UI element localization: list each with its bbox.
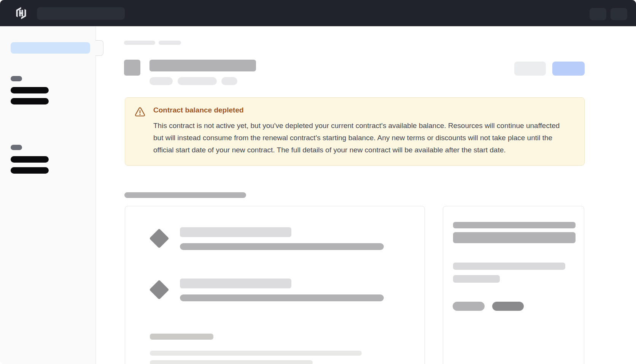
sidebar-section-label (11, 76, 22, 81)
secondary-action-button[interactable] (514, 62, 546, 76)
list-item-title (180, 279, 291, 288)
section-title (124, 192, 246, 198)
list-item-subtitle (180, 243, 384, 250)
summary-value-line (453, 232, 576, 243)
page-title (149, 60, 256, 71)
list-card (125, 206, 425, 364)
alert-title: Contract balance depleted (153, 104, 569, 116)
sidebar-collapse-toggle[interactable] (95, 40, 103, 56)
summary-primary-button[interactable] (492, 302, 524, 311)
summary-card (443, 206, 584, 364)
sidebar-item[interactable] (11, 87, 49, 93)
alert-text-block: Contract balance depleted This contract … (153, 104, 569, 156)
topbar-user-menu-button[interactable] (611, 8, 627, 20)
page-icon (124, 60, 140, 76)
sidebar-section-label (11, 145, 22, 150)
sidebar-item[interactable] (11, 156, 49, 163)
summary-detail-line (453, 275, 500, 283)
status-badge (149, 77, 173, 85)
sidebar (0, 26, 96, 364)
hashicorp-logo-icon (14, 6, 28, 20)
status-badge (221, 77, 237, 85)
summary-secondary-button[interactable] (453, 302, 485, 311)
topbar-help-button[interactable] (590, 8, 606, 20)
warning-triangle-icon (134, 106, 146, 118)
card-footer-line (150, 360, 313, 364)
breadcrumb-item[interactable] (124, 41, 155, 45)
summary-title-line (453, 222, 576, 228)
diamond-icon (149, 280, 169, 299)
sidebar-active-item[interactable] (11, 42, 90, 54)
primary-action-button[interactable] (552, 62, 585, 76)
main-content: Contract balance depleted This contract … (96, 26, 636, 364)
sidebar-item[interactable] (11, 98, 49, 104)
contract-warning-alert: Contract balance depleted This contract … (125, 97, 585, 166)
alert-body: This contract is not active yet, but you… (153, 120, 569, 156)
sidebar-item[interactable] (11, 167, 49, 174)
global-search-input[interactable] (37, 7, 125, 20)
diamond-icon (149, 228, 169, 248)
list-item-title (180, 227, 291, 237)
app-window: Contract balance depleted This contract … (0, 0, 636, 364)
list-item-subtitle (180, 294, 384, 301)
summary-detail-line (453, 263, 565, 270)
top-navigation-bar (0, 0, 636, 26)
breadcrumb-item[interactable] (159, 41, 181, 45)
status-badge (178, 77, 217, 85)
card-footer-label (150, 334, 213, 340)
card-footer-line (150, 351, 362, 356)
